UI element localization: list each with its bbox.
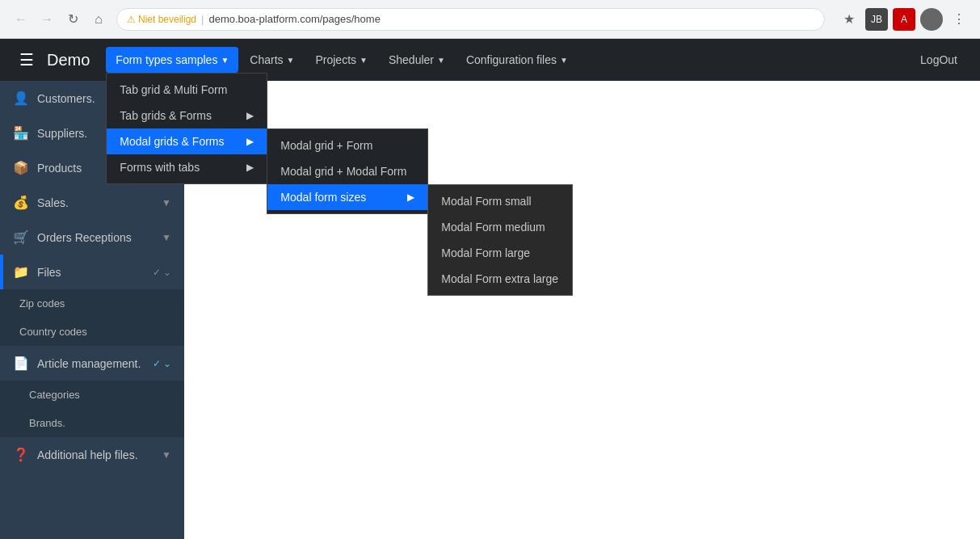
submenu-modal-form-sizes-label: Modal form sizes — [280, 191, 366, 204]
dropdown-tab-grid-multi-label: Tab grid & Multi Form — [120, 83, 227, 96]
form-types-dropdown-menu: Tab grid & Multi Form Tab grids & Forms … — [106, 73, 267, 184]
modal-large-item[interactable]: Modal Form large — [428, 240, 572, 266]
dropdown-tab-grids-forms-arrow: ▶ — [246, 110, 254, 121]
profile-button[interactable] — [920, 8, 943, 31]
files-accent — [0, 255, 3, 289]
address-separator: | — [201, 13, 204, 25]
nav-item-sheduler-label: Sheduler — [389, 53, 434, 66]
sidebar-sales-label: Sales. — [37, 196, 154, 209]
modal-extra-large-label: Modal Form extra large — [441, 272, 558, 285]
nav-item-form-types-caret: ▼ — [221, 56, 229, 65]
dropdown-tab-grid-multi[interactable]: Tab grid & Multi Form — [107, 77, 267, 103]
zip-codes-label: Zip codes — [19, 297, 65, 310]
modal-extra-large-item[interactable]: Modal Form extra large — [428, 266, 572, 292]
nav-item-sheduler-caret: ▼ — [437, 56, 445, 65]
nav-item-config-label: Configuration files — [466, 53, 557, 66]
sidebar-item-sales[interactable]: 💰 Sales. ▼ — [0, 185, 184, 220]
additional-help-icon: ❓ — [13, 447, 29, 462]
extension-angular[interactable]: A — [893, 8, 915, 31]
modal-large-label: Modal Form large — [441, 246, 530, 259]
dropdown-modal-grids-container: Modal grids & Forms ▶ Modal grid + Form … — [107, 128, 267, 154]
dropdown-tab-grids-forms-label: Tab grids & Forms — [120, 109, 212, 122]
categories-label: Categories — [29, 389, 80, 401]
submenu-modal-grid-modal-form-label: Modal grid + Modal Form — [280, 165, 406, 178]
dropdown-tab-grids-forms[interactable]: Tab grids & Forms ▶ — [107, 103, 267, 128]
modal-small-item[interactable]: Modal Form small — [428, 188, 572, 214]
nav-item-charts-caret: ▼ — [287, 56, 295, 65]
nav-item-config[interactable]: Configuration files ▼ — [456, 47, 578, 73]
browser-nav-buttons: ← → ↻ ⌂ — [10, 8, 110, 31]
browser-actions: ★ JB A ⋮ — [838, 8, 970, 31]
article-mgmt-icon: 📄 — [13, 356, 29, 371]
sidebar-orders-label: Orders Receptions — [37, 231, 154, 244]
app-title: Demo — [47, 51, 90, 69]
article-mgmt-chevron: ✓ ⌄ — [153, 358, 171, 369]
dropdown-forms-with-tabs[interactable]: Forms with tabs ▶ — [107, 154, 267, 180]
nav-item-form-types-label: Form types samples — [116, 53, 217, 66]
article-mgmt-submenu: Categories Brands. — [0, 381, 184, 437]
sidebar-item-categories[interactable]: Categories — [0, 381, 184, 409]
nav-item-sheduler[interactable]: Sheduler ▼ — [379, 47, 455, 73]
hamburger-button[interactable]: ☰ — [13, 45, 40, 74]
products-icon: 📦 — [13, 160, 29, 175]
country-codes-label: Country codes — [19, 326, 87, 338]
modal-medium-label: Modal Form medium — [441, 221, 545, 234]
nav-item-charts[interactable]: Charts ▼ — [240, 47, 304, 73]
submenu-modal-form-sizes-container: Modal form sizes ▶ Modal Form small — [267, 184, 427, 210]
submenu-modal-form-sizes-arrow: ▶ — [407, 192, 414, 203]
modal-small-label: Modal Form small — [441, 195, 531, 208]
browser-chrome: ← → ↻ ⌂ Niet beveiligd | demo.boa-platfo… — [0, 0, 980, 39]
sidebar-additional-help-label: Additional help files. — [37, 448, 154, 461]
security-warning: Niet beveiligd — [127, 14, 196, 25]
back-button[interactable]: ← — [10, 8, 32, 31]
nav-item-charts-label: Charts — [250, 53, 283, 66]
modal-medium-item[interactable]: Modal Form medium — [428, 214, 572, 240]
sidebar-files-label: Files — [37, 266, 145, 279]
nav-item-projects-label: Projects — [315, 53, 356, 66]
bookmark-button[interactable]: ★ — [838, 8, 860, 31]
nav-item-form-types[interactable]: Form types samples ▼ — [106, 47, 238, 73]
files-chevron: ✓ ⌄ — [153, 267, 171, 278]
submenu-modal-grid-modal-form[interactable]: Modal grid + Modal Form — [267, 158, 427, 184]
sidebar-item-orders-receptions[interactable]: 🛒 Orders Receptions ▼ — [0, 220, 184, 255]
sidebar-item-files[interactable]: 📁 Files ✓ ⌄ — [0, 255, 184, 289]
suppliers-icon: 🏪 — [13, 125, 29, 141]
sales-chevron: ▼ — [162, 197, 171, 208]
dropdown-modal-grids-forms-label: Modal grids & Forms — [120, 135, 224, 148]
chrome-menu-button[interactable]: ⋮ — [948, 8, 970, 31]
forward-button[interactable]: → — [36, 8, 58, 31]
nav-item-config-caret: ▼ — [560, 56, 568, 65]
sidebar-item-country-codes[interactable]: Country codes — [0, 318, 184, 346]
logout-button[interactable]: LogOut — [911, 47, 967, 73]
sidebar-item-zip-codes[interactable]: Zip codes — [0, 289, 184, 318]
dropdown-modal-grids-forms-arrow: ▶ — [246, 136, 254, 147]
files-icon: 📁 — [13, 264, 29, 280]
modal-grids-submenu: Modal grid + Form Modal grid + Modal For… — [267, 128, 428, 214]
additional-help-chevron: ▼ — [162, 449, 171, 461]
dropdown-modal-grids-forms[interactable]: Modal grids & Forms ▶ — [107, 128, 267, 154]
dropdown-forms-with-tabs-label: Forms with tabs — [120, 161, 200, 174]
sidebar-item-brands[interactable]: Brands. — [0, 409, 184, 437]
home-button[interactable]: ⌂ — [87, 8, 110, 31]
sidebar-item-article-management[interactable]: 📄 Article management. ✓ ⌄ — [0, 346, 184, 381]
brands-label: Brands. — [29, 417, 65, 429]
orders-icon: 🛒 — [13, 229, 29, 245]
reload-button[interactable]: ↻ — [61, 8, 84, 31]
app-container: ☰ Demo Form types samples ▼ Tab grid & M… — [0, 39, 980, 539]
address-text: demo.boa-platform.com/pages/home — [208, 13, 380, 25]
customers-icon: 👤 — [13, 91, 29, 106]
nav-item-projects-caret: ▼ — [360, 56, 368, 65]
nav-item-projects[interactable]: Projects ▼ — [305, 47, 376, 73]
orders-chevron: ▼ — [162, 232, 171, 243]
address-bar[interactable]: Niet beveiligd | demo.boa-platform.com/p… — [116, 8, 825, 31]
modal-sizes-submenu: Modal Form small Modal Form medium Modal… — [427, 184, 573, 296]
sidebar-item-additional-help[interactable]: ❓ Additional help files. ▼ — [0, 437, 184, 472]
dropdown-forms-with-tabs-arrow: ▶ — [246, 162, 254, 173]
sidebar-article-mgmt-label: Article management. — [37, 357, 145, 370]
submenu-modal-form-sizes[interactable]: Modal form sizes ▶ — [267, 184, 427, 210]
sales-icon: 💰 — [13, 195, 29, 210]
extension-jb[interactable]: JB — [865, 8, 888, 31]
top-navbar: ☰ Demo Form types samples ▼ Tab grid & M… — [0, 39, 980, 81]
submenu-modal-grid-form[interactable]: Modal grid + Form — [267, 133, 427, 158]
files-submenu: Zip codes Country codes — [0, 289, 184, 346]
